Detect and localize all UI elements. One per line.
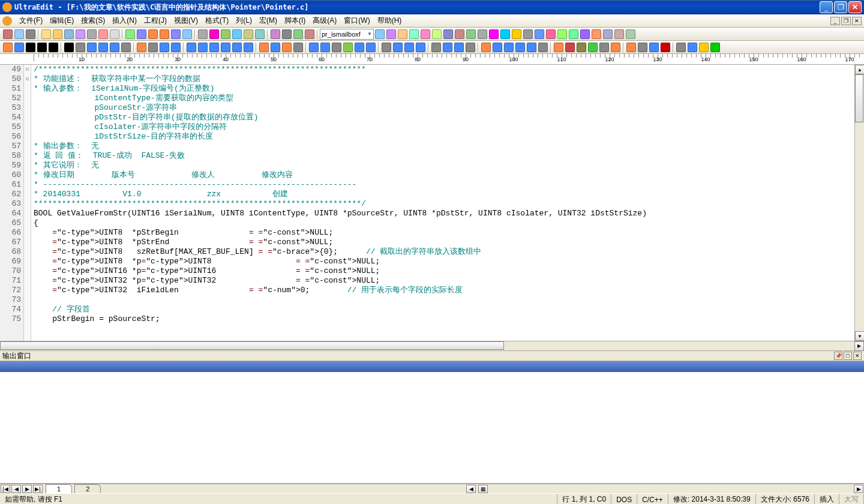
toolbar-button[interactable] [2,29,13,40]
maximize-button[interactable]: ❐ [834,1,847,13]
toolbar-button[interactable] [386,29,397,40]
toolbar-button[interactable] [148,42,158,53]
toolbar-button[interactable] [64,42,74,53]
menu-工程[interactable]: 工程(J) [140,14,170,27]
toolbar-button[interactable] [98,42,109,53]
toolbar-button[interactable] [534,29,545,40]
toolbar-button[interactable] [75,29,86,40]
toolbar-button[interactable] [64,29,74,40]
hscroll-thumb[interactable] [0,341,504,350]
toolbar-button[interactable] [614,29,625,40]
toolbar-button[interactable] [186,42,197,53]
toolbar-button[interactable] [374,29,385,40]
minimize-button[interactable]: _ [820,1,833,13]
toolbar-button[interactable] [538,42,548,53]
toolbar-button[interactable] [557,29,568,40]
toolbar-button[interactable] [488,29,499,40]
document-tab[interactable]: 2 [74,484,101,493]
toolbar-button[interactable] [281,29,292,40]
toolbar-button[interactable] [625,29,636,40]
menu-列[interactable]: 列(L) [232,14,256,27]
toolbar-button[interactable] [431,42,442,53]
toolbar-button[interactable] [109,29,120,40]
toolbar-button[interactable] [591,29,602,40]
menu-高级[interactable]: 高级(A) [309,14,340,27]
mdi-restore-button[interactable]: ❐ [841,17,851,25]
toolbar-button[interactable] [710,42,721,53]
toolbar-button[interactable] [308,42,319,53]
toolbar-button[interactable] [392,42,403,53]
toolbar-button[interactable] [37,42,47,53]
toolbar-button[interactable] [170,29,181,40]
toolbar-button[interactable] [404,42,415,53]
toolbar-button[interactable] [270,42,281,53]
close-button[interactable]: ✕ [848,1,862,13]
toolbar-button[interactable] [354,42,365,53]
toolbar-button[interactable] [649,42,659,53]
toolbar-button[interactable] [14,29,25,40]
toolbar-button[interactable] [365,42,376,53]
code-area[interactable]: /***************************************… [31,65,854,341]
toolbar-button[interactable] [443,29,454,40]
toolbar-button[interactable] [687,42,698,53]
output-pin-button[interactable]: 📌 [834,352,842,360]
toolbar-button[interactable] [254,29,265,40]
toolbar-button[interactable] [587,42,598,53]
tab-last-button[interactable]: ▶| [33,485,43,493]
toolbar-button[interactable] [576,42,587,53]
menu-文件[interactable]: 文件(F) [16,14,46,27]
toolbar-button[interactable] [511,29,522,40]
toolbar-button[interactable] [25,29,36,40]
toolbar-button[interactable] [320,42,331,53]
center-list-button[interactable]: ▦ [478,485,488,493]
toolbar-button[interactable] [159,29,170,40]
menu-视图[interactable]: 视图(V) [170,14,202,27]
toolbar-button[interactable] [125,29,136,40]
toolbar-button[interactable] [500,29,511,40]
toolbar-button[interactable] [259,42,269,53]
toolbar-button[interactable] [270,29,281,40]
menu-插入[interactable]: 插入(N) [109,14,140,27]
toolbar-button[interactable] [397,29,408,40]
toolbar-button[interactable] [431,29,442,40]
toolbar-button[interactable] [610,42,621,53]
toolbar-button[interactable] [159,42,170,53]
toolbar-button[interactable] [148,29,158,40]
menu-格式[interactable]: 格式(T) [202,14,232,27]
menu-宏[interactable]: 宏(M) [256,14,281,27]
toolbar-button[interactable] [41,29,52,40]
toolbar-button[interactable] [243,29,254,40]
tab-scroll-right-button[interactable]: ▶ [854,485,863,493]
toolbar-button[interactable] [220,29,231,40]
toolbar-button[interactable] [481,42,491,53]
toolbar-button[interactable] [477,29,488,40]
output-body[interactable] [0,372,864,484]
toolbar-button[interactable] [420,29,431,40]
toolbar-button[interactable] [580,29,590,40]
toolbar-button[interactable] [232,29,242,40]
fold-column[interactable]: ⊟⊟ [24,65,31,341]
toolbar-button[interactable] [565,42,575,53]
output-close-button[interactable]: ✕ [853,352,862,360]
toolbar-button[interactable] [136,42,147,53]
toolbar-button[interactable] [442,42,453,53]
toolbar-button[interactable] [545,29,556,40]
toolbar-button[interactable] [599,42,610,53]
toolbar-button[interactable] [526,42,537,53]
toolbar-button[interactable] [98,29,109,40]
toolbar-button[interactable] [676,42,686,53]
toolbar-button[interactable] [182,29,193,40]
toolbar-button[interactable] [492,42,503,53]
toolbar-button[interactable] [52,29,63,40]
toolbar-button[interactable] [170,42,181,53]
toolbar-button[interactable] [465,42,476,53]
menu-帮助[interactable]: 帮助(H) [374,14,406,27]
toolbar-button[interactable] [136,29,147,40]
mdi-close-button[interactable]: ✕ [852,17,862,25]
toolbar-button[interactable] [454,42,464,53]
toolbar-button[interactable] [454,29,465,40]
toolbar-button[interactable] [626,42,637,53]
toolbar-button[interactable] [409,29,419,40]
toolbar-button[interactable] [304,29,315,40]
tab-first-button[interactable]: |◀ [1,485,10,493]
